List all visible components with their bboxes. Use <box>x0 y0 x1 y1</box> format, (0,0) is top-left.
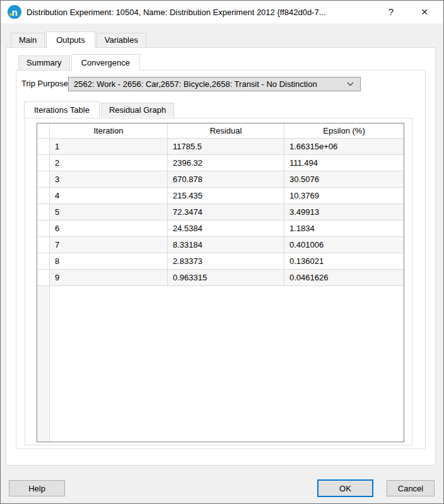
table-cell: 0.963315 <box>168 270 284 286</box>
dialog-window: n Distribution Experiment: 10504, Name: … <box>0 0 444 504</box>
column-header-iteration[interactable]: Iteration <box>50 123 168 139</box>
app-icon: n <box>8 5 21 19</box>
table-cell: 2396.32 <box>168 155 284 171</box>
cancel-button[interactable]: Cancel <box>387 480 435 496</box>
table-cell: 8 <box>50 253 168 270</box>
table-cell: 2.83373 <box>168 253 284 270</box>
table-cell: 4 <box>50 188 168 204</box>
table-cell: 3 <box>50 171 168 188</box>
table-cell: 8.33184 <box>168 237 284 253</box>
table-cell: 1.66315e+06 <box>284 139 404 155</box>
table-row[interactable]: 572.34743.49913 <box>37 204 404 220</box>
table-cell: 0.0461626 <box>284 270 404 286</box>
table-cell: 30.5076 <box>284 171 404 188</box>
tab-main[interactable]: Main <box>11 33 45 47</box>
row-header-cell <box>37 155 50 171</box>
column-header-epsilon[interactable]: Epsilon (%) <box>284 123 404 139</box>
table-cell: 9 <box>50 270 168 286</box>
table-row[interactable]: 4215.43510.3769 <box>37 188 404 204</box>
row-header-gutter-fill <box>37 286 50 442</box>
row-header-cell <box>37 139 50 155</box>
table-cell: 0.401006 <box>284 237 404 253</box>
trip-purpose-dropdown[interactable]: 2562: Work - 2656: Car,2657: Bicycle,265… <box>68 77 361 91</box>
trip-purpose-label: Trip Purpose: <box>21 76 71 91</box>
app-icon-letter: n <box>11 8 17 17</box>
table-cell: 0.136021 <box>284 253 404 270</box>
close-icon[interactable]: ✕ <box>406 1 443 23</box>
ok-button[interactable]: OK <box>317 479 373 497</box>
row-header-gutter <box>37 123 50 139</box>
window-title: Distribution Experiment: 10504, Name: Di… <box>26 8 377 17</box>
tab-residual-graph[interactable]: Residual Graph <box>101 103 174 117</box>
table-cell: 1.1834 <box>284 220 404 237</box>
table-cell: 2 <box>50 155 168 171</box>
table-cell: 1 <box>50 139 168 155</box>
table-row[interactable]: 3670.87830.5076 <box>37 171 404 188</box>
chevron-down-icon <box>347 82 354 86</box>
table-cell: 11785.5 <box>168 139 284 155</box>
row-header-cell <box>37 220 50 237</box>
table-row[interactable]: 111785.51.66315e+06 <box>37 139 404 155</box>
view-tabs: Iterations TableResidual Graph <box>24 101 175 117</box>
table-row[interactable]: 82.833730.136021 <box>37 253 404 270</box>
main-tabs: MainOutputsVariables <box>11 32 148 47</box>
table-row[interactable]: 22396.32111.494 <box>37 155 404 171</box>
row-header-cell <box>37 204 50 220</box>
titlebar-help-button[interactable]: ? <box>377 1 406 23</box>
help-button[interactable]: Help <box>9 480 65 496</box>
table-row[interactable]: 624.53841.1834 <box>37 220 404 237</box>
table-cell: 111.494 <box>284 155 404 171</box>
tab-outputs[interactable]: Outputs <box>46 32 95 48</box>
row-header-cell <box>37 253 50 270</box>
tab-variables[interactable]: Variables <box>96 33 146 47</box>
table-row[interactable]: 78.331840.401006 <box>37 237 404 253</box>
row-header-cell <box>37 237 50 253</box>
table-cell: 72.3474 <box>168 204 284 220</box>
table-cell: 5 <box>50 204 168 220</box>
app-icon-dot <box>9 13 12 16</box>
tab-summary[interactable]: Summary <box>18 55 70 70</box>
table-row[interactable]: 90.9633150.0461626 <box>37 270 404 286</box>
table-cell: 7 <box>50 237 168 253</box>
table-cell: 6 <box>50 220 168 237</box>
sub-tabs: SummaryConvergence <box>18 54 141 70</box>
tab-convergence[interactable]: Convergence <box>71 54 140 71</box>
table-cell: 670.878 <box>168 171 284 188</box>
table-header-row: IterationResidualEpsilon (%) <box>37 123 404 139</box>
table-body: 111785.51.66315e+0622396.32111.4943670.8… <box>37 139 404 286</box>
table-cell: 24.5384 <box>168 220 284 237</box>
tab-iterations-table[interactable]: Iterations Table <box>24 101 100 118</box>
row-header-cell <box>37 188 50 204</box>
table-cell: 215.435 <box>168 188 284 204</box>
trip-purpose-value: 2562: Work - 2656: Car,2657: Bicycle,265… <box>74 79 342 89</box>
column-header-residual[interactable]: Residual <box>168 123 284 139</box>
row-header-cell <box>37 270 50 286</box>
table-cell: 3.49913 <box>284 204 404 220</box>
iterations-table: IterationResidualEpsilon (%) 111785.51.6… <box>37 123 404 442</box>
table-cell: 10.3769 <box>284 188 404 204</box>
table-empty-area <box>37 286 404 442</box>
row-header-cell <box>37 171 50 188</box>
title-bar: n Distribution Experiment: 10504, Name: … <box>1 1 443 23</box>
